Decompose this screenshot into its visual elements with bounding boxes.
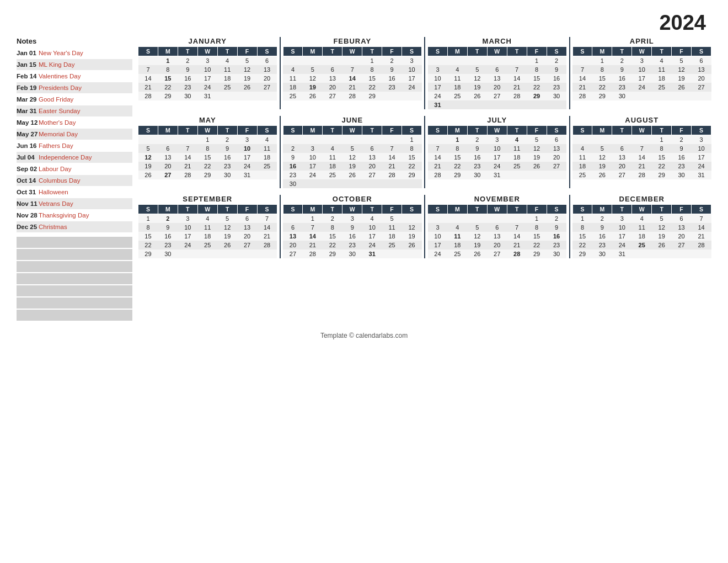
holiday-date: Oct 14 bbox=[17, 177, 39, 184]
month-june: JUNE SMTWTFS 1 2345678 9101112131415 161… bbox=[283, 116, 422, 188]
table-row: 21222324252627 bbox=[428, 162, 567, 171]
holiday-name: Memorial Day bbox=[39, 131, 132, 137]
holiday-item: Sep 02Labour Day bbox=[17, 163, 132, 174]
table-row: 12 bbox=[428, 56, 567, 66]
sidebar-blank-7 bbox=[17, 310, 132, 321]
holiday-name: Valentines Day bbox=[39, 73, 132, 79]
table-row: 293031 bbox=[572, 249, 711, 258]
holiday-date: Jan 01 bbox=[17, 50, 39, 56]
holiday-item: Mar 29Good Friday bbox=[17, 94, 132, 105]
month-title-january: JANUARY bbox=[138, 37, 277, 45]
col-s: S bbox=[138, 47, 158, 56]
sep4 bbox=[280, 116, 281, 188]
holiday-item: Jul 04Independence Day bbox=[17, 152, 132, 163]
table-row: 12 bbox=[428, 214, 567, 224]
col-t: T bbox=[178, 47, 197, 56]
table-row: 45678910 bbox=[572, 144, 711, 153]
cal-july: SMTWTFS 123456 78910111213 1415161718192… bbox=[427, 125, 567, 179]
table-row: 21222324252627 bbox=[572, 83, 711, 92]
table-row: 1 bbox=[283, 135, 422, 145]
month-december: DECEMBER SMTWTFS 1234567 891011121314 15… bbox=[572, 195, 712, 258]
table-row: 15161718192021 bbox=[572, 232, 711, 241]
table-row: 17181920212223 bbox=[428, 241, 567, 249]
table-row: 78910111213 bbox=[138, 65, 277, 74]
sidebar-blank-2 bbox=[17, 249, 132, 260]
table-row: 2345678 bbox=[283, 144, 422, 153]
holiday-item: Feb 19Presidents Day bbox=[17, 82, 132, 93]
table-row: 12131415161718 bbox=[138, 153, 277, 162]
table-row: 17181920212223 bbox=[428, 83, 567, 92]
table-row: 6789101112 bbox=[283, 223, 422, 232]
cal-march: SMTWTFS 12 3456789 10111213141516 171819… bbox=[427, 46, 567, 109]
holiday-name: Good Friday bbox=[39, 96, 132, 103]
holiday-name: Columbus Day bbox=[39, 177, 132, 184]
month-title-december: DECEMBER bbox=[572, 195, 712, 203]
holiday-item: Jan 01New Year's Day bbox=[17, 47, 132, 59]
table-row: 2728293031 bbox=[283, 249, 422, 258]
table-row: 16171819202122 bbox=[283, 162, 422, 171]
holiday-date: Nov 11 bbox=[17, 200, 39, 207]
month-title-august: AUGUST bbox=[572, 116, 712, 124]
table-row: 10111213141516 bbox=[428, 232, 567, 241]
holiday-item: Feb 14Valentines Day bbox=[17, 71, 132, 82]
month-title-july: JULY bbox=[427, 116, 567, 124]
table-row: 15161718192021 bbox=[138, 232, 277, 241]
month-october: OCTOBER SMTWTFS 12345 6789101112 1314151… bbox=[283, 195, 422, 258]
table-row: 891011121314 bbox=[138, 223, 277, 232]
page: 2024 Notes Jan 01New Year's DayJan 15ML … bbox=[0, 0, 728, 563]
cal-may: SMTWTFS 1234 567891011 12131415161718 19… bbox=[138, 125, 277, 179]
month-title-february: FEBURAY bbox=[283, 37, 422, 45]
holiday-date: Feb 14 bbox=[17, 73, 39, 79]
table-row: 11121314151617 bbox=[572, 153, 711, 162]
holiday-date: Oct 31 bbox=[17, 189, 39, 195]
footer: Template © calendarlabs.com bbox=[17, 332, 711, 339]
holiday-name: Fathers Day bbox=[39, 142, 132, 149]
holiday-item: Jun 16Fathers Day bbox=[17, 140, 132, 151]
table-row: 567891011 bbox=[138, 144, 277, 153]
holiday-date: Nov 28 bbox=[17, 212, 39, 219]
table-row: 282930 bbox=[572, 92, 711, 100]
table-row: 45678910 bbox=[283, 65, 422, 74]
holiday-item: Oct 31Halloween bbox=[17, 187, 132, 198]
sep1 bbox=[280, 37, 281, 109]
notes-sidebar: Notes Jan 01New Year's DayJan 15ML King … bbox=[17, 37, 138, 322]
month-july: JULY SMTWTFS 123456 78910111213 14151617… bbox=[427, 116, 567, 188]
holiday-name: Vetrans Day bbox=[39, 200, 132, 207]
main-content: Notes Jan 01New Year's DayJan 15ML King … bbox=[17, 37, 711, 322]
table-row: 123456 bbox=[428, 135, 567, 145]
month-may: MAY SMTWTFS 1234 567891011 1213141516171… bbox=[138, 116, 277, 188]
cal-august: SMTWTFS 123 45678910 11121314151617 1819… bbox=[572, 125, 712, 179]
cal-june: SMTWTFS 1 2345678 9101112131415 16171819… bbox=[283, 125, 422, 188]
table-row: 1234567 bbox=[138, 214, 277, 224]
cal-april: SMTWTFS 123456 78910111213 1415161718192… bbox=[572, 46, 712, 100]
table-row: 25262728293031 bbox=[572, 171, 711, 179]
table-row: 28293031 bbox=[428, 171, 567, 179]
sidebar-blank-1 bbox=[17, 237, 132, 248]
table-row: 30 bbox=[283, 179, 422, 188]
sep2 bbox=[424, 37, 425, 109]
holiday-name: Independence Day bbox=[39, 154, 132, 161]
table-row: 1234 bbox=[138, 135, 277, 145]
year-title: 2024 bbox=[17, 11, 711, 35]
sep3 bbox=[569, 37, 570, 109]
table-row: 23242526272829 bbox=[283, 171, 422, 179]
col-f: F bbox=[237, 47, 257, 56]
table-row: 2526272829 bbox=[283, 92, 422, 100]
month-april: APRIL SMTWTFS 123456 78910111213 1415161… bbox=[572, 37, 712, 109]
holiday-name: Easter Sunday bbox=[39, 108, 132, 114]
table-row: 24252627282930 bbox=[428, 249, 567, 258]
sep8 bbox=[424, 195, 425, 258]
holidays-list: Jan 01New Year's DayJan 15ML King DayFeb… bbox=[17, 47, 132, 232]
table-row: 18192021222324 bbox=[283, 83, 422, 92]
cal-december: SMTWTFS 1234567 891011121314 15161718192… bbox=[572, 204, 712, 258]
month-title-september: SEPTEMBER bbox=[138, 195, 277, 203]
cal-october: SMTWTFS 12345 6789101112 13141516171819 … bbox=[283, 204, 422, 258]
holiday-date: Jan 15 bbox=[17, 61, 39, 68]
holiday-item: Jan 15ML King Day bbox=[17, 59, 132, 70]
holiday-name: Mother's Day bbox=[39, 119, 132, 126]
holiday-date: May 27 bbox=[17, 131, 39, 137]
table-row: 1234567 bbox=[572, 214, 711, 224]
month-september: SEPTEMBER SMTWTFS 1234567 891011121314 1… bbox=[138, 195, 277, 258]
holiday-name: Thanksgiving Day bbox=[39, 212, 132, 219]
sidebar-blank-6 bbox=[17, 298, 132, 309]
